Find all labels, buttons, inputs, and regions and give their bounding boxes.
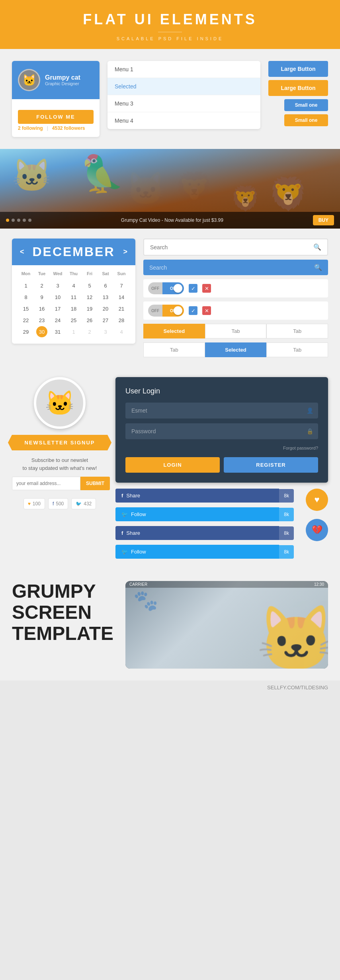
day-13[interactable]: 13 (98, 291, 113, 303)
day-16[interactable]: 16 (34, 303, 50, 315)
day-30-today[interactable]: 30 (36, 326, 47, 337)
day-next-2[interactable]: 2 (82, 326, 98, 338)
dot-1 (6, 219, 9, 222)
profile-role: Graphic Designer (45, 81, 80, 86)
day-23[interactable]: 23 (34, 315, 50, 326)
dot-4 (23, 219, 26, 222)
day-26[interactable]: 26 (82, 315, 98, 326)
day-4[interactable]: 4 (66, 280, 82, 291)
buy-button[interactable]: BUY (313, 215, 334, 225)
day-7[interactable]: 7 (113, 280, 129, 291)
large-orange-button[interactable]: Large Button (268, 80, 328, 96)
day-20[interactable]: 20 (98, 303, 113, 315)
checkbox-blue-2[interactable]: ✓ (189, 306, 197, 315)
day-31[interactable]: 31 (50, 326, 66, 338)
center-panel: User Login 👤 🔒 Forgot password? LOGIN RE… (115, 377, 328, 561)
calendar-next-button[interactable]: > (123, 248, 127, 256)
facebook-share-button-2[interactable]: f Share (115, 526, 279, 540)
day-28[interactable]: 28 (113, 315, 129, 326)
heart-filled-button[interactable]: ♥ (306, 489, 328, 511)
facebook-share-button-1[interactable]: f Share (115, 489, 279, 503)
day-3[interactable]: 3 (50, 280, 66, 291)
weekday-mon: Mon (18, 269, 34, 278)
mockup-device: CARRIER 12:30 🐱 🐾 (125, 581, 328, 669)
small-orange-button[interactable]: Small one (284, 114, 328, 126)
calendar-prev-button[interactable]: < (20, 248, 24, 256)
tab-2-3[interactable]: Tab (266, 342, 328, 357)
day-19[interactable]: 19 (82, 303, 98, 315)
twitter-follow-button-2[interactable]: 🐦 Follow (115, 545, 279, 559)
large-blue-button[interactable]: Large Button (268, 61, 328, 77)
day-22[interactable]: 22 (18, 315, 34, 326)
day-6[interactable]: 6 (98, 280, 113, 291)
tw-follow-row-2: 🐦 Follow 8k (115, 545, 294, 559)
heart-circles: ♥ 💔 (306, 489, 328, 545)
profile-stats: 2 following | 4532 followers (18, 125, 94, 131)
day-next-1[interactable]: 1 (66, 326, 82, 338)
day-2[interactable]: 2 (34, 280, 50, 291)
checkbox-x-2[interactable]: ✕ (202, 306, 211, 315)
follow-button[interactable]: FOLLOW ME (18, 110, 94, 124)
tab-2-selected[interactable]: Selected (205, 342, 267, 357)
mockup-title: GRUMPY SCREEN TEMPLATE (12, 581, 113, 644)
forgot-password-link[interactable]: Forgot password? (283, 446, 318, 450)
user-icon: 👤 (307, 407, 313, 414)
day-9[interactable]: 9 (34, 291, 50, 303)
footer-text: SELLFY.COM/TILDESING (267, 685, 328, 690)
menu-item-1[interactable]: Menu 1 (107, 61, 260, 78)
newsletter-banner: NEWSLETTER SIGNUP (8, 435, 111, 450)
day-1[interactable]: 1 (18, 280, 34, 291)
day-25[interactable]: 25 (66, 315, 82, 326)
calendar: < DECEMBER > Mon Tue Wed Thu Fri Sat Sun… (12, 239, 135, 344)
facebook-count-value: 500 (56, 501, 64, 507)
search-outline-input[interactable] (150, 244, 313, 250)
twitter-count: 🐦 432 (71, 498, 96, 509)
calendar-days: 1 2 3 4 5 6 7 8 9 10 11 12 13 14 15 16 1… (18, 280, 129, 338)
password-group: 🔒 (125, 423, 318, 439)
heart-broken-button[interactable]: 💔 (306, 519, 328, 541)
tab-1-selected[interactable]: Selected (143, 324, 205, 338)
day-17[interactable]: 17 (50, 303, 66, 315)
day-8[interactable]: 8 (18, 291, 34, 303)
day-next-3[interactable]: 3 (98, 326, 113, 338)
menu-item-3[interactable]: Menu 3 (107, 95, 260, 112)
newsletter-email-input[interactable] (12, 477, 80, 490)
toggle-blue[interactable]: OFF ON (148, 282, 184, 294)
menu-item-2-selected[interactable]: Selected (107, 78, 260, 95)
tab-1-2[interactable]: Tab (205, 324, 267, 338)
day-11[interactable]: 11 (66, 291, 82, 303)
small-blue-button[interactable]: Small one (284, 99, 328, 111)
toggle-orange[interactable]: OFF ON (148, 305, 184, 317)
day-18[interactable]: 18 (66, 303, 82, 315)
mockup-text: GRUMPY SCREEN TEMPLATE (12, 581, 113, 644)
day-14[interactable]: 14 (113, 291, 129, 303)
day-24[interactable]: 24 (50, 315, 66, 326)
day-5[interactable]: 5 (82, 280, 98, 291)
register-button[interactable]: REGISTER (224, 457, 318, 473)
day-15[interactable]: 15 (18, 303, 34, 315)
password-input[interactable] (125, 423, 318, 439)
username-input[interactable] (125, 403, 318, 419)
tab-1-3[interactable]: Tab (266, 324, 328, 338)
login-button[interactable]: LOGIN (125, 457, 220, 473)
day-12[interactable]: 12 (82, 291, 98, 303)
tab-2-1[interactable]: Tab (143, 342, 205, 357)
day-29[interactable]: 29 (18, 326, 34, 338)
search-filled-input[interactable] (149, 264, 314, 271)
twitter-count-value: 432 (84, 501, 92, 507)
checkbox-blue[interactable]: ✓ (189, 284, 197, 293)
twitter-follow-button-1[interactable]: 🐦 Follow (115, 507, 279, 521)
newsletter-submit-button[interactable]: SUBMIT (80, 477, 110, 490)
menu-list: Menu 1 Selected Menu 3 Menu 4 (107, 61, 260, 129)
checkbox-x-1[interactable]: ✕ (202, 284, 211, 293)
menu-item-4[interactable]: Menu 4 (107, 112, 260, 129)
username-group: 👤 (125, 403, 318, 419)
fb-share-count-2: 8k (279, 526, 294, 540)
day-10[interactable]: 10 (50, 291, 66, 303)
heart-icon: ♥ (28, 501, 31, 507)
fb-share-count-1: 8k (279, 489, 294, 503)
day-next-4[interactable]: 4 (113, 326, 129, 338)
day-21[interactable]: 21 (113, 303, 129, 315)
followers-count: 4532 followers (52, 125, 85, 131)
day-27[interactable]: 27 (98, 315, 113, 326)
